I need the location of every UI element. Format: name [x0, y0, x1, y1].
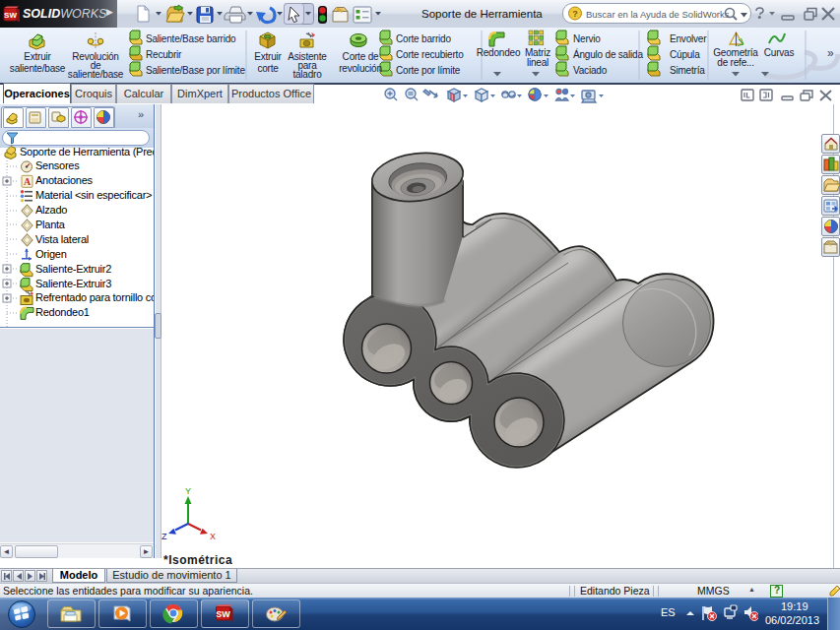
- svg-text:Y: Y: [185, 487, 191, 496]
- svg-text:Z: Z: [162, 532, 167, 541]
- svg-text:SW: SW: [216, 609, 230, 619]
- svg-text:X: X: [210, 532, 216, 541]
